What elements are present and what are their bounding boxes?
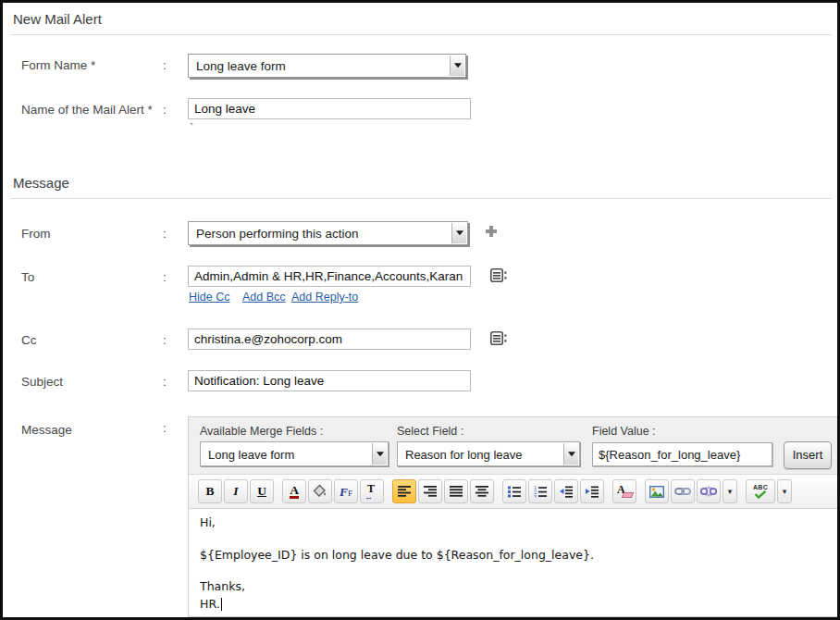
body-line: HR. [200, 597, 826, 612]
message-editor: Available Merge Fields : Long leave form… [188, 416, 837, 617]
colon: : [163, 375, 167, 389]
insert-group: ▾ [645, 479, 737, 503]
available-merge-fields-label: Available Merge Fields : [200, 425, 323, 438]
font-color-icon: A [290, 484, 299, 500]
body-line-text: HR. [200, 597, 220, 612]
align-right-button[interactable] [418, 479, 442, 503]
justify-icon [449, 485, 463, 498]
italic-button[interactable]: I [224, 479, 248, 503]
merge-form-select-value: Long leave form [208, 447, 294, 461]
paint-bucket-icon [313, 484, 327, 499]
select-field-label: Select Field : [397, 425, 463, 438]
form-name-label: Form Name * [21, 58, 95, 72]
align-left-icon [397, 485, 412, 498]
from-label: From [21, 227, 51, 241]
image-icon [649, 486, 664, 498]
stray-character: ` [190, 121, 193, 135]
insert-image-button[interactable] [645, 479, 669, 503]
new-mail-alert-page: New Mail Alert Form Name * : Long leave … [0, 0, 840, 620]
page-title: New Mail Alert [13, 11, 102, 27]
subject-label: Subject [21, 375, 63, 389]
from-select[interactable]: Person performing this action [188, 221, 468, 245]
subject-input[interactable] [188, 370, 471, 391]
to-label: To [21, 270, 34, 284]
field-value-input[interactable] [592, 442, 772, 466]
align-group [392, 479, 494, 503]
spellcheck-options-dropdown[interactable]: ▾ [777, 479, 792, 503]
font-family-button[interactable]: FF [334, 479, 358, 503]
body-line: Hi, [200, 515, 826, 530]
numbered-list-icon: 1 2 3 [533, 485, 548, 498]
align-right-icon [423, 485, 438, 498]
to-input[interactable] [188, 266, 471, 287]
align-center-button[interactable] [470, 479, 494, 503]
font-color-button[interactable]: A [282, 479, 306, 503]
select-field-select[interactable]: Reason for long leave [397, 441, 580, 466]
divider [10, 34, 832, 35]
body-line: Thanks, [200, 579, 826, 594]
bullet-list-button[interactable] [502, 479, 526, 503]
svg-text:3: 3 [534, 494, 537, 499]
font-group: A FF T ↔ [282, 479, 384, 503]
insert-link-button[interactable] [671, 479, 695, 503]
message-section-title: Message [13, 175, 69, 191]
cc-address-book-button[interactable] [490, 331, 507, 345]
spellcheck-button[interactable]: ABC [746, 479, 775, 503]
link-options-dropdown[interactable]: ▾ [723, 479, 737, 503]
editor-toolbar: B I U A FF T ↔ [189, 475, 837, 509]
cc-input[interactable] [188, 329, 471, 350]
numbered-list-button[interactable]: 1 2 3 [528, 479, 552, 503]
underline-button[interactable]: U [250, 479, 274, 503]
font-size-icon: T ↔ [364, 483, 379, 500]
field-value-label: Field Value : [592, 425, 656, 438]
chevron-down-icon[interactable] [451, 223, 466, 243]
bold-button[interactable]: B [198, 479, 222, 503]
select-field-select-value: Reason for long leave [405, 447, 522, 461]
chevron-down-icon: ▾ [783, 487, 787, 496]
form-name-select[interactable]: Long leave form [188, 54, 466, 78]
merge-fields-bar: Available Merge Fields : Long leave form… [189, 417, 837, 475]
outdent-button[interactable] [554, 479, 578, 503]
colon: : [163, 270, 167, 284]
message-body-textarea[interactable]: Hi, ${Employee_ID} is on long leave due … [189, 509, 837, 616]
add-bcc-link[interactable]: Add Bcc [242, 291, 286, 304]
chevron-down-icon[interactable] [563, 443, 578, 465]
remove-format-button[interactable]: A [612, 479, 636, 503]
alert-name-input[interactable] [188, 98, 471, 119]
from-select-value: Person performing this action [196, 227, 359, 241]
remove-format-icon: A [616, 483, 633, 500]
add-from-button[interactable] [485, 225, 498, 238]
divider [10, 198, 832, 199]
body-line: ${Employee_ID} is on long leave due to $… [200, 548, 826, 563]
outdent-icon [559, 485, 574, 498]
bullet-list-icon [507, 485, 522, 498]
align-left-button[interactable] [392, 479, 416, 503]
address-book-icon [490, 331, 507, 345]
plus-icon [485, 225, 498, 238]
underline-icon: U [257, 485, 266, 498]
chevron-down-icon[interactable] [450, 56, 464, 76]
highlight-color-button[interactable] [308, 479, 332, 503]
format-group: A [612, 479, 636, 503]
spellcheck-group: ABC ▾ [746, 479, 792, 503]
spellcheck-icon: ABC [753, 484, 768, 499]
hide-cc-link[interactable]: Hide Cc [189, 291, 229, 304]
indent-icon [585, 485, 599, 498]
add-reply-to-link[interactable]: Add Reply-to [291, 291, 358, 304]
link-icon [674, 487, 691, 496]
form-name-select-value: Long leave form [196, 59, 286, 73]
font-size-button[interactable]: T ↔ [360, 479, 384, 503]
cc-label: Cc [21, 333, 37, 347]
colon: : [163, 333, 167, 347]
to-address-book-button[interactable] [490, 268, 507, 282]
insert-button[interactable]: Insert [784, 441, 832, 469]
indent-button[interactable] [580, 479, 604, 503]
chevron-down-icon: ▾ [728, 487, 733, 496]
address-book-icon [490, 268, 507, 282]
bold-icon: B [205, 485, 214, 498]
text-cursor [221, 598, 223, 611]
justify-button[interactable] [444, 479, 468, 503]
chevron-down-icon[interactable] [372, 443, 387, 465]
unlink-button[interactable] [697, 479, 721, 503]
merge-form-select[interactable]: Long leave form [200, 441, 389, 466]
